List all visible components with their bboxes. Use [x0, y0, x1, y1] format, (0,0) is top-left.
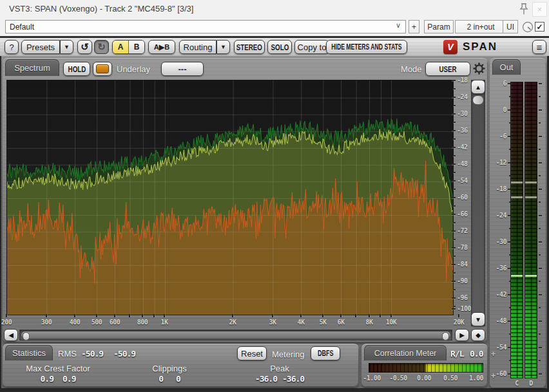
color-swatch	[96, 64, 109, 73]
presets-dropdown-button[interactable]: ▼	[60, 40, 73, 54]
vertical-scrollbar[interactable]	[471, 80, 485, 326]
level-mark-line	[511, 182, 523, 183]
meter-tick	[539, 294, 542, 295]
freq-axis-label: 8K	[360, 319, 378, 326]
undo-button[interactable]: ↺	[77, 40, 92, 54]
chevron-down-icon: ∨	[396, 21, 401, 30]
io-config-button[interactable]: 2 in+out	[455, 20, 506, 33]
freq-tick	[322, 314, 323, 317]
meter-minor-tick	[539, 96, 541, 97]
help-button[interactable]: ?	[5, 40, 19, 54]
ui-button[interactable]: UI	[503, 20, 518, 33]
channel-label: C	[510, 380, 523, 387]
global-menu-button[interactable]: ≡	[532, 40, 546, 54]
hide-meters-button[interactable]: HIDE METERS AND STATS	[326, 40, 407, 54]
max-crest-values: 0.90.9	[10, 373, 106, 384]
freq-tick	[369, 314, 370, 317]
resize-grip-icon[interactable]: +	[491, 350, 496, 359]
level-meter-left	[510, 82, 523, 378]
redo-button[interactable]: ↻	[94, 40, 109, 54]
level-meter-right	[525, 82, 537, 378]
meter-tick	[539, 321, 542, 322]
freq-tick	[114, 314, 115, 317]
copy-to-button[interactable]: Copy to	[294, 40, 329, 54]
reset-button[interactable]: Reset	[237, 346, 267, 360]
db-minor-tick	[453, 272, 456, 274]
correlation-scale-label: 0.00	[414, 375, 434, 382]
db-minor-tick	[453, 88, 456, 89]
freq-axis-label: 1K	[155, 319, 173, 326]
presets-button[interactable]: Presets	[21, 40, 60, 54]
meter-scale-label: -48	[491, 317, 506, 324]
freq-tick	[380, 314, 381, 317]
meter-tick	[539, 215, 542, 216]
db-tick	[452, 297, 456, 299]
titlebar-close-button[interactable]: ×	[532, 2, 547, 17]
knob-icon[interactable]	[522, 21, 534, 33]
db-minor-tick	[453, 222, 456, 223]
vertical-scroll-thumb[interactable]	[472, 95, 484, 105]
scroll-left-button[interactable]: ◀	[4, 329, 18, 341]
gear-icon[interactable]	[472, 61, 486, 76]
underlay-select-button[interactable]: ---	[161, 62, 204, 76]
level-mark-line	[525, 182, 537, 183]
meter-tick	[539, 189, 542, 190]
frequency-axis: 2003004005006008001K2K3K4K5K6K8K10K20K	[6, 314, 468, 327]
add-preset-button[interactable]: +	[409, 20, 419, 33]
enable-checkbox[interactable]: ✓	[535, 22, 544, 32]
scroll-right-button[interactable]: ▶	[455, 329, 469, 341]
rms-value-right: -50.9	[113, 349, 135, 359]
scroll-up-button[interactable]: ▲	[471, 80, 485, 94]
meter-scale-label: -6	[491, 133, 506, 140]
meter-scale-label: -12	[491, 159, 506, 166]
routing-button[interactable]: Routing	[179, 40, 217, 54]
correlation-value: 0.0	[470, 349, 483, 359]
voxengo-logo: V	[443, 40, 458, 54]
horizontal-scrollbar[interactable]	[19, 330, 452, 341]
db-tick	[452, 147, 456, 148]
solo-button[interactable]: SOLO	[267, 40, 292, 54]
plugin-toolbar: ? Presets ▼ ↺ ↻ A B A▶B Routing ▼ STEREO…	[0, 38, 549, 57]
spectrum-display[interactable]	[6, 80, 454, 315]
titlebar: VST3: SPAN (Voxengo) - Track 2 "MC459-8"…	[0, 0, 549, 19]
mode-select-button[interactable]: USER	[425, 62, 470, 76]
spectrum-color-button[interactable]	[93, 62, 112, 76]
b-state-button[interactable]: B	[129, 41, 144, 53]
preset-select-value: Default	[10, 23, 34, 32]
horizontal-scroll-thumb[interactable]	[21, 331, 451, 339]
freq-tick	[355, 314, 356, 317]
zoom-reset-button[interactable]: ◆	[471, 329, 485, 341]
scroll-handle-right[interactable]	[442, 332, 449, 341]
db-tick	[452, 230, 456, 232]
meter-tick	[539, 268, 542, 269]
meter-scale-label: 0	[491, 106, 506, 113]
max-crest-label: Max Crest Factor	[10, 364, 106, 373]
a-state-button[interactable]: A	[113, 41, 129, 53]
scroll-down-button[interactable]: ▼	[471, 312, 485, 326]
routing-dropdown-button[interactable]: ▼	[217, 40, 230, 54]
meter-minor-tick	[539, 281, 541, 282]
metering-mode-button[interactable]: DBFS	[311, 346, 340, 360]
copy-a-to-b-button[interactable]: A▶B	[148, 40, 175, 54]
meter-tick	[539, 162, 542, 163]
db-tick	[452, 281, 456, 282]
spectrum-panel: Spectrum HOLD Underlay --- Mode USER -18…	[3, 58, 488, 342]
diamond-icon: ◆	[476, 331, 481, 339]
scroll-handle-left[interactable]	[23, 332, 30, 341]
pin-icon[interactable]	[517, 2, 531, 16]
meter-tick	[539, 241, 542, 243]
redo-icon: ↻	[97, 41, 106, 53]
meter-scale-label: -42	[491, 291, 506, 298]
left-arrow-icon: ◀	[8, 331, 14, 339]
db-minor-tick	[453, 172, 456, 173]
db-tick	[452, 308, 456, 310]
stereo-button[interactable]: STEREO	[234, 40, 265, 54]
hold-button[interactable]: HOLD	[63, 62, 90, 76]
resize-grip-icon[interactable]: +	[491, 371, 496, 380]
db-minor-tick	[453, 289, 456, 290]
tab-statistics: Statistics	[5, 345, 53, 360]
meter-scale-label: -36	[491, 265, 506, 272]
preset-select[interactable]: Default ∨	[5, 20, 406, 33]
correlation-scale-label: 1.00	[466, 375, 486, 382]
param-button[interactable]: Param	[424, 20, 454, 33]
